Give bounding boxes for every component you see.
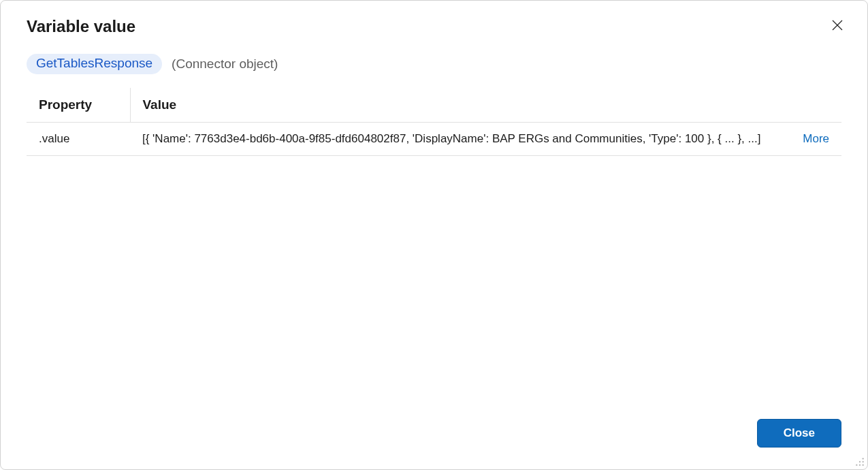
col-header-value: Value xyxy=(130,88,841,123)
dialog-title: Variable value xyxy=(27,17,135,36)
svg-point-4 xyxy=(859,461,861,463)
dialog-header: Variable value xyxy=(1,1,867,36)
close-primary-button[interactable]: Close xyxy=(757,419,841,448)
object-type-label: (Connector object) xyxy=(172,57,278,72)
svg-point-6 xyxy=(859,465,861,466)
col-header-property: Property xyxy=(27,88,130,123)
dialog-footer: Close xyxy=(1,419,867,469)
type-pill[interactable]: GetTablesResponse xyxy=(27,54,162,74)
property-cell: .value xyxy=(27,123,130,156)
properties-table-wrap: Property Value .value [{ 'Name': 7763d3e… xyxy=(1,74,867,419)
svg-point-2 xyxy=(863,458,864,459)
svg-point-7 xyxy=(856,465,857,466)
value-cell-wrap: [{ 'Name': 7763d3e4-bd6b-400a-9f85-dfd60… xyxy=(130,123,841,156)
value-text: [{ 'Name': 7763d3e4-bd6b-400a-9f85-dfd60… xyxy=(142,132,790,146)
more-link[interactable]: More xyxy=(803,132,829,146)
resize-grip-icon[interactable] xyxy=(855,457,865,467)
variable-value-dialog: Variable value GetTablesResponse (Connec… xyxy=(0,0,868,470)
properties-table: Property Value .value [{ 'Name': 7763d3e… xyxy=(27,88,841,156)
svg-point-3 xyxy=(863,461,864,463)
close-icon xyxy=(832,20,843,31)
svg-point-5 xyxy=(863,465,864,466)
close-button[interactable] xyxy=(831,18,844,32)
table-row: .value [{ 'Name': 7763d3e4-bd6b-400a-9f8… xyxy=(27,123,841,156)
subheader: GetTablesResponse (Connector object) xyxy=(1,36,867,74)
